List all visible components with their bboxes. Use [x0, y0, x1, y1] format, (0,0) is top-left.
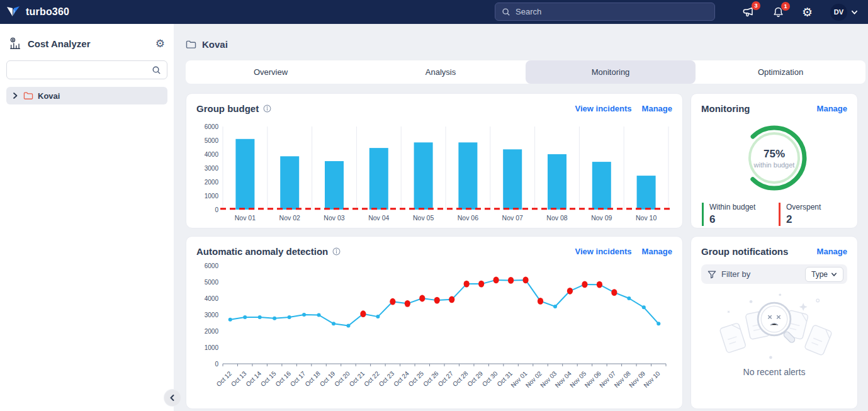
- overspent-stat: Overspent 2: [779, 203, 839, 226]
- svg-text:Nov 05: Nov 05: [413, 214, 434, 222]
- anomaly-detection-card: Automatic anomaly detection View inciden…: [186, 236, 683, 409]
- svg-text:Oct 14: Oct 14: [244, 369, 262, 388]
- tab-overview[interactable]: Overview: [186, 60, 356, 84]
- svg-text:2000: 2000: [205, 328, 219, 335]
- svg-text:3000: 3000: [205, 312, 219, 318]
- notifications-badge: 1: [781, 2, 790, 11]
- main-content: Kovai Overview Analysis Monitoring Optim…: [174, 24, 868, 411]
- funnel-icon: [707, 270, 716, 279]
- empty-state-text: No recent alerts: [701, 367, 847, 377]
- announcements-badge: 3: [752, 1, 760, 10]
- within-budget-stat: Within budget 6: [702, 203, 762, 226]
- svg-text:Oct 28: Oct 28: [451, 369, 470, 388]
- svg-text:Oct 23: Oct 23: [378, 369, 396, 388]
- svg-text:5000: 5000: [205, 137, 219, 144]
- info-icon[interactable]: [332, 247, 341, 256]
- view-incidents-link[interactable]: View incidents: [575, 104, 632, 113]
- sidebar-search[interactable]: [6, 60, 167, 79]
- svg-text:Nov 01: Nov 01: [235, 214, 256, 222]
- svg-text:0: 0: [215, 206, 218, 213]
- group-budget-card: Group budget View incidents Manage 01000…: [186, 93, 683, 228]
- svg-text:1000: 1000: [205, 344, 219, 351]
- sidebar-gear-icon[interactable]: ⚙: [155, 38, 165, 49]
- sidebar-search-input[interactable]: [13, 65, 152, 75]
- anomaly-view-incidents-link[interactable]: View incidents: [575, 247, 632, 256]
- tab-optimization[interactable]: Optimization: [696, 60, 865, 84]
- svg-text:2000: 2000: [205, 179, 219, 186]
- monitoring-title: Monitoring: [701, 103, 750, 114]
- avatar: DV: [830, 4, 847, 21]
- svg-text:Oct 29: Oct 29: [466, 369, 484, 388]
- turbo360-logo-icon: [6, 6, 20, 18]
- type-dropdown[interactable]: Type: [805, 267, 843, 282]
- svg-text:Oct 20: Oct 20: [333, 369, 351, 388]
- brand[interactable]: turbo360: [6, 6, 69, 18]
- svg-text:Nov 07: Nov 07: [502, 214, 523, 222]
- svg-text:Nov 04: Nov 04: [368, 214, 389, 222]
- donut-percent: 75%: [764, 148, 785, 160]
- svg-text:Oct 27: Oct 27: [437, 369, 455, 388]
- svg-text:5000: 5000: [205, 279, 219, 286]
- svg-text:1000: 1000: [205, 193, 219, 200]
- svg-text:Oct 15: Oct 15: [259, 369, 278, 388]
- filter-bar: Filter by Type: [701, 264, 847, 284]
- svg-text:Oct 26: Oct 26: [422, 369, 440, 388]
- donut-percent-label: within budget: [754, 161, 795, 169]
- svg-text:Nov 08: Nov 08: [546, 214, 567, 222]
- svg-text:Nov 06: Nov 06: [458, 214, 478, 222]
- budget-donut-chart: 75% within budget: [734, 118, 814, 198]
- sidebar-collapse-button[interactable]: [164, 390, 181, 406]
- sidebar: Cost Analyzer ⚙ Kovai: [0, 24, 174, 411]
- tab-analysis[interactable]: Analysis: [356, 60, 526, 84]
- svg-text:3000: 3000: [205, 165, 219, 172]
- breadcrumb-folder-icon: [186, 40, 196, 49]
- announcements-button[interactable]: 3: [742, 6, 755, 18]
- svg-text:Oct 16: Oct 16: [274, 369, 292, 388]
- monitoring-manage-link[interactable]: Manage: [817, 104, 847, 113]
- no-alerts-illustration: [710, 289, 838, 364]
- notifications-manage-link[interactable]: Manage: [817, 247, 847, 256]
- svg-text:Oct 12: Oct 12: [215, 369, 234, 388]
- breadcrumb-label: Kovai: [202, 39, 228, 50]
- svg-text:Oct 30: Oct 30: [481, 369, 499, 388]
- folder-icon: [23, 91, 33, 100]
- global-search-placeholder: Search: [516, 7, 541, 16]
- sidebar-search-icon: [152, 65, 161, 75]
- manage-link[interactable]: Manage: [642, 104, 672, 113]
- chevron-right-icon[interactable]: [11, 92, 19, 99]
- monitoring-card: Monitoring Manage 75% within budget With…: [690, 93, 858, 228]
- info-icon[interactable]: [263, 104, 271, 113]
- svg-text:Oct 18: Oct 18: [303, 369, 322, 388]
- group-budget-bar-chart: 0100020003000400050006000Nov 01Nov 02Nov…: [196, 115, 674, 226]
- svg-text:Nov 10: Nov 10: [642, 369, 661, 388]
- cost-analyzer-icon: [9, 37, 23, 50]
- global-search[interactable]: Search: [495, 3, 715, 21]
- group-budget-title: Group budget: [196, 103, 271, 114]
- sidebar-item-kovai[interactable]: Kovai: [6, 87, 167, 104]
- svg-text:Oct 21: Oct 21: [348, 369, 366, 388]
- svg-text:Oct 19: Oct 19: [318, 369, 337, 388]
- tabbar: Overview Analysis Monitoring Optimizatio…: [186, 60, 865, 84]
- settings-button[interactable]: ⚙: [802, 6, 813, 18]
- svg-text:6000: 6000: [205, 123, 219, 130]
- tab-monitoring[interactable]: Monitoring: [526, 60, 696, 84]
- sidebar-title: Cost Analyzer: [28, 38, 150, 49]
- svg-text:Nov 10: Nov 10: [636, 214, 657, 222]
- filter-label: Filter by: [721, 269, 750, 279]
- svg-text:Nov 03: Nov 03: [324, 214, 344, 222]
- notifications-button[interactable]: 1: [772, 6, 784, 18]
- anomaly-manage-link[interactable]: Manage: [642, 247, 672, 256]
- brand-name: turbo360: [26, 6, 69, 18]
- svg-text:Oct 24: Oct 24: [392, 369, 410, 388]
- svg-text:4000: 4000: [205, 151, 219, 158]
- anomaly-line-chart: 0100020003000400050006000Oct 12Oct 13Oct…: [196, 258, 674, 407]
- topbar: turbo360 Search 3 1 ⚙ DV: [0, 0, 868, 24]
- svg-text:Nov 09: Nov 09: [591, 214, 612, 222]
- account-menu[interactable]: DV: [830, 4, 858, 21]
- svg-text:Nov 02: Nov 02: [279, 214, 300, 222]
- svg-text:4000: 4000: [205, 295, 219, 302]
- gear-icon: ⚙: [802, 6, 813, 18]
- sidebar-item-label: Kovai: [38, 91, 60, 101]
- search-icon: [502, 8, 510, 16]
- anomaly-title: Automatic anomaly detection: [196, 246, 341, 257]
